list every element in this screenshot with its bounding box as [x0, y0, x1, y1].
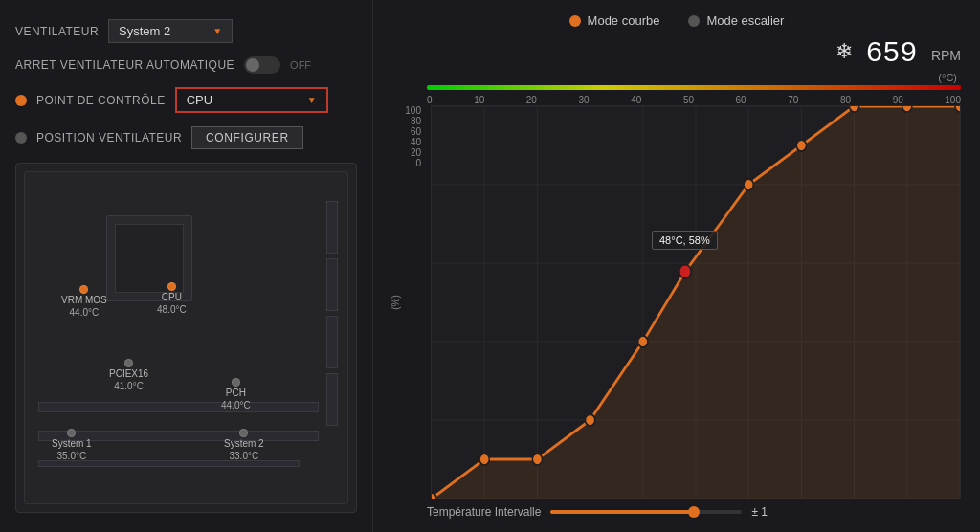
arret-state: OFF: [290, 59, 311, 71]
pciex16-dot: [124, 359, 133, 367]
vrm-mos-name: VRM MOS: [61, 295, 107, 306]
y-label-100: 100: [394, 105, 427, 116]
x-label-70: 70: [788, 95, 798, 105]
modes-row: Mode courbe Mode escalier: [392, 13, 961, 28]
ram-slot-1: [326, 201, 338, 254]
pcie-slot-1: [38, 402, 319, 412]
sensor-pch: PCH 44.0°C: [221, 378, 251, 410]
ram-slots: [326, 201, 338, 426]
point-controle-label: Point de contrôle: [36, 94, 166, 107]
ram-slot-3: [326, 316, 338, 368]
pch-temp: 44.0°C: [221, 400, 251, 410]
y-label-0: 0: [394, 158, 427, 168]
cpu-sensor-name: CPU: [162, 292, 182, 303]
ventilateur-label: VENTILATEUR: [15, 25, 99, 38]
y-label-80: 80: [394, 116, 427, 126]
mode-courbe-item[interactable]: Mode courbe: [569, 13, 660, 28]
sensor-pciex16: PCIEX16 41.0°C: [109, 359, 148, 391]
y-label-40: 40: [394, 137, 427, 147]
point-80[interactable]: [849, 106, 858, 112]
system2-temp: 33.0°C: [230, 451, 259, 461]
ventilateur-row: VENTILATEUR System 2 ▼: [15, 19, 357, 43]
x-label-60: 60: [736, 95, 746, 105]
left-panel: VENTILATEUR System 2 ▼ ARRET VENTILATEUR…: [0, 0, 373, 532]
chart-svg: [432, 106, 960, 499]
rpm-row: ❄ 659 RPM: [392, 35, 961, 68]
bottom-row: Température Intervalle ± 1: [392, 499, 961, 519]
system2-dot: [239, 429, 248, 437]
mode-courbe-dot: [569, 15, 581, 27]
mb-board: VRM MOS 44.0°C CPU 48.0°C PCIEX16 41.0°C…: [24, 171, 348, 504]
point-20[interactable]: [532, 454, 542, 465]
snowflake-icon: ❄: [835, 39, 853, 64]
point-controle-dot: [15, 95, 27, 106]
point-active-48[interactable]: [679, 265, 691, 278]
rpm-unit: RPM: [931, 48, 961, 63]
y-axis: 100 80 60 40 20 0: [392, 105, 427, 168]
sensor-cpu: CPU 48.0°C: [157, 282, 187, 315]
point-controle-value: CPU: [187, 93, 212, 107]
point-40[interactable]: [638, 336, 648, 347]
slider-thumb: [688, 506, 700, 518]
point-10[interactable]: [479, 454, 489, 465]
point-60[interactable]: [744, 179, 753, 190]
x-label-40: 40: [631, 95, 641, 105]
configurer-button[interactable]: CONFIGURER: [191, 126, 303, 149]
point-70[interactable]: [796, 140, 806, 151]
y-label-60: 60: [394, 126, 427, 137]
temp-gradient-bar: [427, 85, 961, 90]
vrm-mos-temp: 44.0°C: [70, 307, 100, 318]
rpm-value: 659: [866, 35, 918, 68]
vrm-mos-dot: [79, 285, 88, 294]
cpu-dot: [167, 282, 176, 291]
ventilateur-dropdown[interactable]: System 2 ▼: [108, 19, 233, 43]
chart-area: (%) 100 80 60 40 20 0: [392, 105, 961, 499]
ram-slot-4: [326, 373, 338, 426]
sensor-vrm-mos: VRM MOS 44.0°C: [61, 285, 107, 318]
pch-name: PCH: [226, 388, 246, 399]
system2-name: System 2: [224, 438, 264, 450]
temp-intervalle-label: Température Intervalle: [427, 505, 541, 519]
x-label-10: 10: [474, 95, 484, 105]
point-controle-arrow: ▼: [307, 95, 317, 105]
x-label-100: 100: [945, 95, 961, 105]
percent-axis-label: (%): [390, 295, 401, 310]
x-label-90: 90: [893, 95, 903, 105]
ventilateur-dropdown-arrow: ▼: [212, 26, 222, 36]
mode-courbe-label: Mode courbe: [588, 13, 660, 28]
point-controle-row: Point de contrôle CPU ▼: [15, 87, 357, 113]
point-90[interactable]: [902, 106, 912, 112]
temp-slider[interactable]: [550, 510, 742, 514]
system1-dot: [67, 429, 76, 437]
chart-body[interactable]: 48°C, 58%: [431, 105, 961, 499]
x-label-50: 50: [683, 95, 694, 105]
system1-temp: 35.0°C: [57, 451, 87, 461]
arret-toggle[interactable]: [244, 56, 280, 74]
celsius-label: (°C): [392, 72, 957, 83]
x-axis: 0 10 20 30 40 50 60 70 80 90 100: [392, 93, 961, 105]
sensor-system1: System 1 35.0°C: [52, 429, 92, 461]
slider-fill: [550, 510, 694, 514]
m2-slot: [38, 460, 300, 467]
mode-escalier-item[interactable]: Mode escalier: [688, 13, 784, 28]
point-30[interactable]: [585, 414, 594, 426]
motherboard-diagram: VRM MOS 44.0°C CPU 48.0°C PCIEX16 41.0°C…: [15, 163, 357, 513]
sensor-system2: System 2 33.0°C: [224, 429, 264, 461]
mode-escalier-label: Mode escalier: [706, 13, 784, 28]
point-controle-dropdown[interactable]: CPU ▼: [175, 87, 328, 113]
point-0[interactable]: [432, 493, 436, 499]
ram-slot-2: [326, 258, 338, 311]
pciex16-temp: 41.0°C: [114, 381, 144, 391]
position-row: Position ventilateur CONFIGURER: [15, 126, 357, 149]
x-label-80: 80: [840, 95, 851, 105]
chart-wrapper: (%) 100 80 60 40 20 0: [392, 105, 961, 499]
toggle-knob: [246, 58, 259, 72]
cpu-sensor-temp: 48.0°C: [157, 304, 187, 315]
x-label-20: 20: [526, 95, 537, 105]
position-label: Position ventilateur: [36, 131, 182, 144]
arret-label: ARRET VENTILATEUR AUTOMATIQUE: [15, 58, 234, 72]
mode-escalier-dot: [688, 15, 700, 27]
system1-name: System 1: [52, 438, 92, 450]
arret-row: ARRET VENTILATEUR AUTOMATIQUE OFF: [15, 56, 357, 74]
pm-value: ± 1: [751, 505, 768, 519]
